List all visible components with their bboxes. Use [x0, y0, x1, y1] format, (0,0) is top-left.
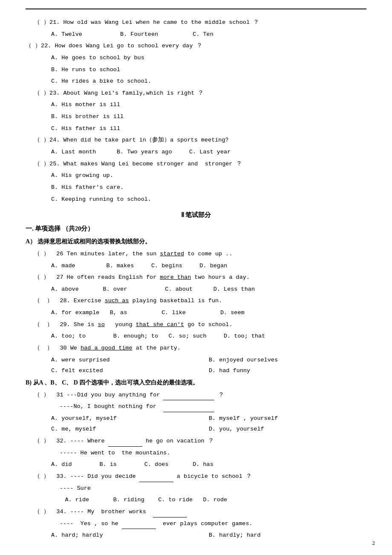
question-32-line2: ----- He went to the mountains. [26, 448, 366, 459]
part-b-title: B) 从A 、B、 C、 D 四个选项中，选出可填入空白处的最佳选项。 [26, 377, 366, 389]
options-30: A. were surprised B. enjoyed ourselves C… [26, 355, 366, 376]
options-33: A. ride B. riding C. to ride D. rode [26, 494, 366, 506]
part-one-title: 一. 单项选择 （共20分） [26, 223, 366, 235]
option-23c: C. His father is ill [26, 123, 366, 134]
question-22: （ ）22. How does Wang Lei go to school ev… [26, 40, 366, 52]
part-a-title: A） 选择意思相近或相同的选项替换划线部分。 [26, 236, 366, 248]
option-31c: C. me, myself [51, 424, 209, 435]
top-divider [26, 9, 366, 9]
option-25b: B. His father's care. [26, 182, 366, 193]
question-23: （ ）23. About Wang Lei's family,which is … [26, 88, 366, 99]
option-31d: D. you, yourself [209, 424, 366, 435]
question-27: （ ） 27 He often reads English for more t… [26, 272, 366, 283]
option-23a: A. His mother is ill [26, 99, 366, 110]
option-25a: A. His growing up. [26, 170, 366, 181]
question-28: （ ） 28. Exercise such as playing basketb… [26, 295, 366, 306]
option-30c: C. felt excited [51, 365, 209, 376]
question-25: （ ）25. What makes Wang Lei become strong… [26, 159, 366, 170]
option-30d: D. had funny [209, 365, 366, 376]
option-31b: B. myself , yourself [209, 413, 366, 424]
option-34b: B. hardly; hard [209, 530, 366, 541]
option-34a: A. hard; hardly [51, 530, 209, 541]
question-34-line1: （ ） 34. ---- My brother works [26, 506, 366, 517]
option-31a: A. yourself, myself [51, 413, 209, 424]
page-number: 2 [372, 540, 375, 546]
question-31-line2: ----No, I bought nothing for [26, 401, 366, 412]
question-26: （ ） 26 Ten minutes later, the sun starte… [26, 249, 366, 260]
question-33-line2: ---- Sure [26, 483, 366, 494]
options-27: A. above B. over C. about D. Less than [26, 284, 366, 295]
option-25c: C. Keeping running to school. [26, 194, 366, 205]
options-31: A. yourself, myself B. myself , yourself… [26, 413, 366, 435]
options-28: A. for example B, as C. like D. seem [26, 307, 366, 318]
options-21: A. Twelve B. Fourteen C. Ten [26, 29, 366, 40]
question-21: （ ）21. How old was Wang Lei when he came… [26, 17, 366, 28]
question-31-line1: （ ） 31 ---Did you buy anything for ？ [26, 390, 366, 401]
options-34: A. hard; hardly B. hardly; hard [26, 530, 366, 541]
option-22a: A. He goes to school by bus [26, 52, 366, 64]
option-30a: A. were surprised [51, 355, 209, 366]
option-23b: B. His brother is ill [26, 111, 366, 122]
question-33-line1: （ ） 33. ---- Did you decide a bicycle to… [26, 471, 366, 482]
question-24: （ ）24. When did he take part in（参加）a spo… [26, 135, 366, 146]
exam-content: （ ）21. How old was Wang Lei when he came… [26, 17, 366, 541]
option-22b: B. He runs to school [26, 64, 366, 75]
question-30: （ ） 30 We had a good time at the party. [26, 343, 366, 354]
question-29: （ ） 29. She is so young that she can't g… [26, 319, 366, 330]
options-24: A. Last month B. Two years ago C. Last y… [26, 147, 366, 158]
options-29: A. too; to B. enough; to C. so; such D. … [26, 331, 366, 342]
options-26: A. made B. makes C. begins D. began [26, 260, 366, 272]
options-32: A. did B. is C. does D. has [26, 459, 366, 470]
question-32-line1: （ ） 32. ---- Where he go on vacation ？ [26, 436, 366, 447]
option-30b: B. enjoyed ourselves [209, 355, 366, 366]
section-ii-title: Ⅱ 笔试部分 [26, 209, 366, 221]
option-22c: C. He rides a bike to school. [26, 76, 366, 87]
question-34-line2: ---- Yes , so he ever plays computer gam… [26, 518, 366, 529]
